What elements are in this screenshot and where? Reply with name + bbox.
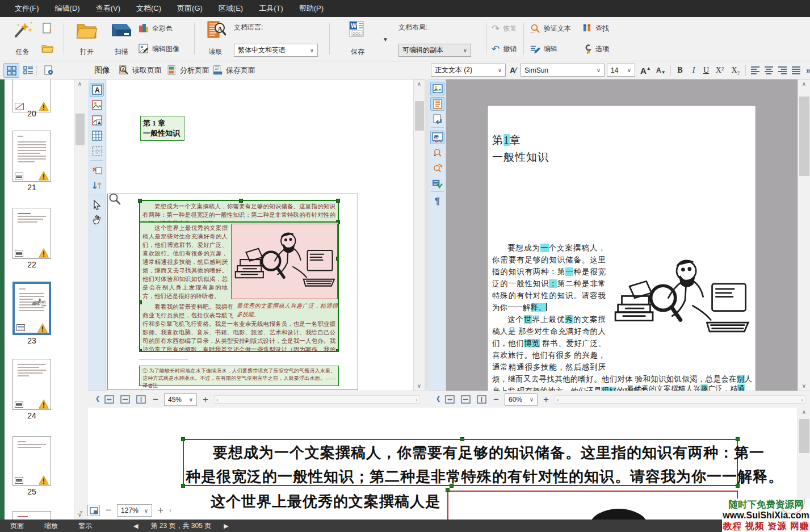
fit-height-button[interactable] [475,394,488,405]
edit-image-button[interactable]: 编辑图像 [139,41,193,57]
select-tool[interactable] [90,198,104,212]
align-right-button[interactable] [776,64,788,77]
zoom-out-button[interactable]: − [103,505,114,516]
align-center-button[interactable] [762,64,775,77]
thumbnail-page-21[interactable] [12,131,51,182]
close-up-zoom-select[interactable]: 127%∨ [117,504,152,517]
caption-region[interactable]: 最优秀的文案撰稿人兴趣广泛，精通很多技能。 [237,301,338,319]
scroll-down-icon[interactable]: ∨ [414,382,425,391]
image-pane[interactable]: 第 1 章 一般性知识 要想成为一个文案撰稿人，你需要有足够的知识储备。这里指的… [107,79,413,391]
image-area-tool[interactable] [90,98,104,112]
edit-text-button[interactable]: 编辑 [530,41,582,57]
formatting-marks-button[interactable]: ¶ [430,195,444,208]
superscript-button[interactable]: X² [714,64,726,77]
text-region-body[interactable]: 最优秀的文案撰稿人兴趣广泛，精通很多技能。 这个世界上最优秀的文案撰稿人是那些对… [139,221,339,352]
paragraph-style-select[interactable]: 正文文本 (2)∨ [431,64,506,77]
region-handle[interactable] [460,437,464,441]
thumbnail-page-22[interactable] [12,208,51,259]
underline-button[interactable]: U [700,64,712,77]
full-color-button[interactable]: 全彩色 [139,20,193,36]
thumbnail-page-26-partial[interactable] [12,511,51,520]
fit-width-button[interactable] [119,394,131,405]
read-page-button[interactable]: A 读取页面 [115,63,165,77]
recognize-area-tool[interactable] [90,144,104,158]
previous-page-button[interactable]: ◀ [133,522,138,530]
menu-page[interactable]: 页面(G) [170,1,209,16]
uncertain-characters-button[interactable]: æ [430,131,444,144]
menu-area[interactable]: 区域(E) [212,1,250,16]
region-handle[interactable] [181,437,185,441]
image-pane-scrollbar[interactable]: ∧ ∨ [413,79,425,391]
thumbnail-page-20[interactable] [12,79,51,112]
next-uncertain-button[interactable] [430,161,444,175]
options-button[interactable]: 选项 [582,41,615,57]
font-family-select[interactable]: SimSun∨ [521,64,605,77]
table-area-tool[interactable] [90,129,104,143]
delete-area-tool[interactable] [90,164,104,177]
image-pane-hscrollbar[interactable]: ‹› [214,395,420,404]
region-handle[interactable] [336,199,340,203]
previous-uncertain-button[interactable] [430,146,444,160]
align-left-button[interactable] [749,64,761,77]
text-editor-pane[interactable]: 第1章 一般性知识 要想成为一个文案撰稿人，你需要有足够的知识储备。这里指的知识… [446,79,798,391]
scroll-up-icon[interactable]: ∧ [798,79,810,89]
scrollbar-thumb[interactable] [415,101,424,131]
page-properties-button[interactable] [41,63,57,78]
open-button[interactable]: 打开 [70,20,103,57]
scroll-left-icon[interactable]: ‹ [169,506,171,514]
thumbnail-page-25[interactable] [12,436,51,486]
status-alerts-tab[interactable]: 警示 [68,521,102,531]
zoom-in-button[interactable]: + [541,394,551,405]
editor-caption[interactable]: 最优秀的文案撰稿人兴趣广泛，精通 [627,384,756,391]
editor-heading2[interactable]: 一般性知识 [492,150,549,165]
status-zoom-tab[interactable]: 缩放 [34,521,68,531]
thumbnails-scrollbar[interactable]: ∧ ∨ [74,79,85,520]
text-pane-scrollbar[interactable]: ∧ ∨ [798,79,810,391]
decrease-font-button[interactable]: A▼ [654,64,668,77]
italic-button[interactable]: I [687,64,700,77]
region-handle[interactable] [138,199,142,203]
scrollbar-thumb[interactable] [75,114,85,145]
doc-language-select[interactable]: 繁体中文和英语∨ [234,44,318,57]
open-small-button[interactable] [40,41,56,56]
subscript-button[interactable]: X₂ [729,64,742,77]
doc-layout-select[interactable]: 可编辑的副本∨ [398,44,471,57]
scroll-down-icon[interactable]: ∨ [798,382,810,391]
scroll-up-icon[interactable]: ∧ [414,79,425,89]
thumbnail-page-24[interactable] [12,359,51,410]
zoom-in-button[interactable]: + [200,394,211,405]
fit-height-button[interactable] [135,394,147,405]
zoom-picture-region[interactable] [447,491,738,520]
menu-edit[interactable]: 编辑(D) [48,1,87,16]
scroll-up-icon[interactable]: ∧ [798,408,810,417]
show-text-pane-button[interactable] [430,97,444,111]
verify-text-button[interactable]: 验证文本 [530,20,582,36]
region-handle[interactable] [736,437,740,441]
menu-file[interactable]: 文件(F) [8,1,46,16]
editor-cartoon-image[interactable] [610,242,752,361]
zoom-out-button[interactable]: − [491,394,501,405]
increase-font-button[interactable]: A▲ [639,64,653,77]
close-up-zoom-pane[interactable]: 要想成为一个文案撰稿人，你需要有足够的知识储备。这里指的知识有两种：第一 种是很… [88,408,798,520]
fit-width-button[interactable] [459,394,472,405]
font-size-select[interactable]: 14∨ [607,64,635,77]
menu-document[interactable]: 文档(C) [129,1,168,16]
menu-tools[interactable]: 工具(T) [252,1,290,16]
save-dropdown-arrow[interactable]: ▼ [383,36,388,43]
collapse-pane-icon[interactable]: 《 [93,395,99,404]
text-pane-hscrollbar[interactable]: ‹› [555,395,805,404]
confirm-text-button[interactable] [430,177,444,190]
fit-page-button[interactable] [103,394,115,405]
read-button[interactable]: A 读取 [200,20,231,57]
task-button[interactable]: 任务 [7,20,38,57]
fit-page-button[interactable] [443,394,456,405]
chapter-heading-region[interactable]: 第 1 章 一般性知识 [140,116,184,141]
scan-button[interactable]: 扫描 [106,20,137,57]
zoom-out-button[interactable]: − [150,394,161,405]
thumbnail-page-23-selected[interactable] [12,282,51,335]
region-handle[interactable] [139,300,142,304]
detail-view-button[interactable] [20,63,36,78]
reorder-areas-tool[interactable] [90,179,104,192]
text-region-para1[interactable]: 要想成为一个文案撰稿人，你需要有足够的知识储备。这里指的知识有两种：第一种是很宽… [139,200,339,223]
pane-splitter[interactable] [425,79,429,391]
